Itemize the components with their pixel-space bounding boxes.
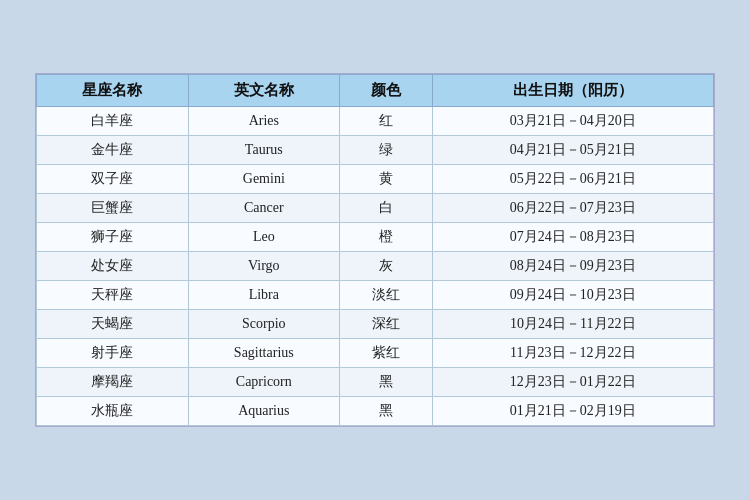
cell-chinese-name: 水瓶座 bbox=[37, 397, 189, 426]
cell-date: 04月21日－05月21日 bbox=[432, 136, 713, 165]
cell-english-name: Scorpio bbox=[188, 310, 340, 339]
cell-color: 黄 bbox=[340, 165, 432, 194]
zodiac-table: 星座名称 英文名称 颜色 出生日期（阳历） 白羊座Aries红03月21日－04… bbox=[36, 74, 714, 426]
cell-chinese-name: 金牛座 bbox=[37, 136, 189, 165]
table-row: 处女座Virgo灰08月24日－09月23日 bbox=[37, 252, 714, 281]
table-row: 巨蟹座Cancer白06月22日－07月23日 bbox=[37, 194, 714, 223]
header-english-name: 英文名称 bbox=[188, 75, 340, 107]
cell-date: 12月23日－01月22日 bbox=[432, 368, 713, 397]
cell-chinese-name: 处女座 bbox=[37, 252, 189, 281]
header-color: 颜色 bbox=[340, 75, 432, 107]
table-row: 天秤座Libra淡红09月24日－10月23日 bbox=[37, 281, 714, 310]
cell-chinese-name: 天秤座 bbox=[37, 281, 189, 310]
cell-date: 05月22日－06月21日 bbox=[432, 165, 713, 194]
cell-date: 11月23日－12月22日 bbox=[432, 339, 713, 368]
cell-color: 深红 bbox=[340, 310, 432, 339]
table-header-row: 星座名称 英文名称 颜色 出生日期（阳历） bbox=[37, 75, 714, 107]
cell-english-name: Aries bbox=[188, 107, 340, 136]
table-row: 金牛座Taurus绿04月21日－05月21日 bbox=[37, 136, 714, 165]
cell-chinese-name: 天蝎座 bbox=[37, 310, 189, 339]
table-row: 摩羯座Capricorn黑12月23日－01月22日 bbox=[37, 368, 714, 397]
table-row: 狮子座Leo橙07月24日－08月23日 bbox=[37, 223, 714, 252]
table-body: 白羊座Aries红03月21日－04月20日金牛座Taurus绿04月21日－0… bbox=[37, 107, 714, 426]
cell-english-name: Leo bbox=[188, 223, 340, 252]
cell-chinese-name: 狮子座 bbox=[37, 223, 189, 252]
cell-date: 08月24日－09月23日 bbox=[432, 252, 713, 281]
cell-date: 06月22日－07月23日 bbox=[432, 194, 713, 223]
header-date: 出生日期（阳历） bbox=[432, 75, 713, 107]
header-chinese-name: 星座名称 bbox=[37, 75, 189, 107]
cell-english-name: Taurus bbox=[188, 136, 340, 165]
cell-color: 灰 bbox=[340, 252, 432, 281]
cell-date: 03月21日－04月20日 bbox=[432, 107, 713, 136]
cell-date: 10月24日－11月22日 bbox=[432, 310, 713, 339]
cell-date: 01月21日－02月19日 bbox=[432, 397, 713, 426]
cell-color: 绿 bbox=[340, 136, 432, 165]
table-row: 天蝎座Scorpio深红10月24日－11月22日 bbox=[37, 310, 714, 339]
cell-color: 白 bbox=[340, 194, 432, 223]
cell-chinese-name: 双子座 bbox=[37, 165, 189, 194]
cell-chinese-name: 巨蟹座 bbox=[37, 194, 189, 223]
cell-color: 橙 bbox=[340, 223, 432, 252]
table-row: 双子座Gemini黄05月22日－06月21日 bbox=[37, 165, 714, 194]
cell-chinese-name: 摩羯座 bbox=[37, 368, 189, 397]
cell-date: 07月24日－08月23日 bbox=[432, 223, 713, 252]
cell-english-name: Aquarius bbox=[188, 397, 340, 426]
cell-date: 09月24日－10月23日 bbox=[432, 281, 713, 310]
table-row: 水瓶座Aquarius黑01月21日－02月19日 bbox=[37, 397, 714, 426]
cell-chinese-name: 射手座 bbox=[37, 339, 189, 368]
zodiac-table-container: 星座名称 英文名称 颜色 出生日期（阳历） 白羊座Aries红03月21日－04… bbox=[35, 73, 715, 427]
cell-color: 淡红 bbox=[340, 281, 432, 310]
cell-chinese-name: 白羊座 bbox=[37, 107, 189, 136]
cell-english-name: Cancer bbox=[188, 194, 340, 223]
table-row: 白羊座Aries红03月21日－04月20日 bbox=[37, 107, 714, 136]
cell-color: 黑 bbox=[340, 397, 432, 426]
cell-english-name: Gemini bbox=[188, 165, 340, 194]
cell-english-name: Virgo bbox=[188, 252, 340, 281]
cell-color: 黑 bbox=[340, 368, 432, 397]
cell-english-name: Libra bbox=[188, 281, 340, 310]
cell-color: 紫红 bbox=[340, 339, 432, 368]
cell-english-name: Sagittarius bbox=[188, 339, 340, 368]
table-row: 射手座Sagittarius紫红11月23日－12月22日 bbox=[37, 339, 714, 368]
cell-english-name: Capricorn bbox=[188, 368, 340, 397]
cell-color: 红 bbox=[340, 107, 432, 136]
